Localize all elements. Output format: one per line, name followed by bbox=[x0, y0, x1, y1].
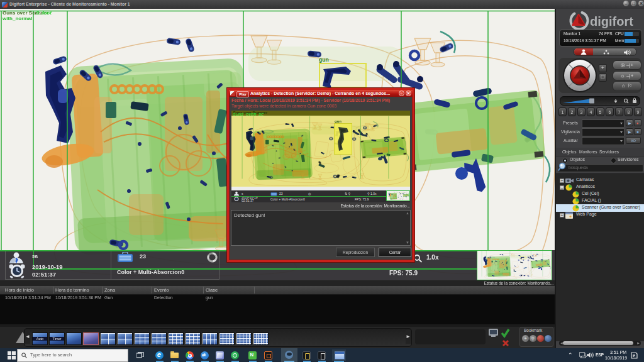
svg-text:digifort: digifort bbox=[590, 14, 633, 28]
